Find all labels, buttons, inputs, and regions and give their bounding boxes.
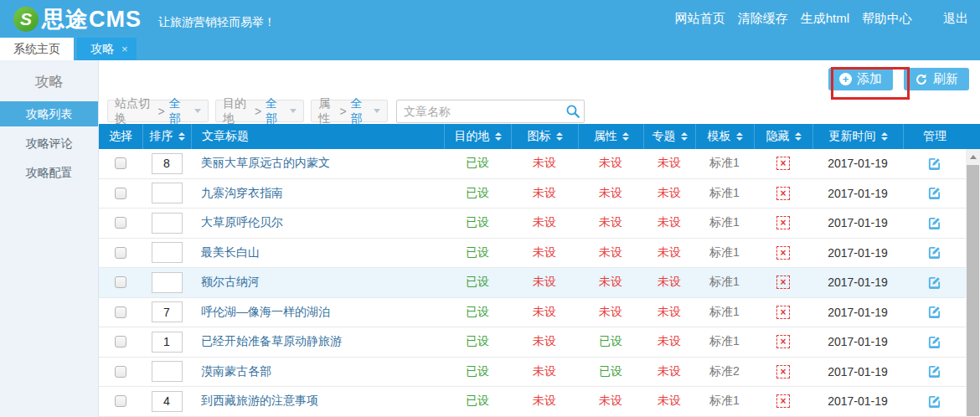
hidden-toggle-icon[interactable]: ×	[776, 216, 790, 229]
sort-toggle-icon[interactable]	[178, 132, 185, 141]
destination-status[interactable]: 已设	[466, 245, 489, 260]
edit-icon[interactable]	[927, 305, 941, 319]
tab-gonglue[interactable]: 攻略 ×	[77, 38, 137, 60]
article-title-link[interactable]: 大草原呼伦贝尔	[201, 215, 283, 230]
sort-toggle-icon[interactable]	[495, 132, 502, 141]
sort-order-input[interactable]	[152, 272, 183, 293]
edit-icon[interactable]	[927, 216, 941, 230]
col-header-topic[interactable]: 专题	[643, 124, 695, 149]
destination-status[interactable]: 已设	[466, 156, 489, 171]
topic-status[interactable]: 未设	[658, 156, 681, 171]
article-title-link[interactable]: 最美长白山	[201, 245, 260, 260]
icon-status[interactable]: 未设	[533, 305, 556, 320]
destination-status[interactable]: 已设	[466, 305, 489, 320]
attribute-status[interactable]: 已设	[599, 334, 622, 349]
sort-order-input[interactable]	[152, 183, 183, 203]
topic-status[interactable]: 未设	[658, 245, 681, 260]
sort-order-input[interactable]	[152, 153, 183, 174]
row-checkbox[interactable]	[115, 247, 126, 259]
sort-toggle-icon[interactable]	[881, 132, 888, 141]
edit-icon[interactable]	[927, 157, 941, 171]
attribute-status[interactable]: 未设	[599, 156, 622, 171]
hidden-toggle-icon[interactable]: ×	[776, 335, 790, 348]
sort-order-input[interactable]	[152, 301, 183, 322]
destination-status[interactable]: 已设	[466, 275, 489, 290]
sidebar-item-gonglue-comments[interactable]: 攻略评论	[0, 131, 98, 156]
scrollbar-up-icon[interactable]	[966, 149, 980, 164]
attribute-status[interactable]: 未设	[599, 215, 622, 230]
row-checkbox[interactable]	[115, 306, 126, 318]
icon-status[interactable]: 未设	[533, 394, 556, 409]
article-title-link[interactable]: 九寨沟穿衣指南	[201, 186, 283, 201]
edit-icon[interactable]	[927, 186, 941, 200]
row-checkbox[interactable]	[115, 276, 126, 288]
row-checkbox[interactable]	[115, 157, 126, 169]
search-icon[interactable]	[562, 104, 584, 119]
topic-status[interactable]: 未设	[658, 305, 681, 320]
destination-status[interactable]: 已设	[466, 334, 489, 349]
sort-toggle-icon[interactable]	[622, 132, 629, 141]
edit-icon[interactable]	[927, 245, 941, 260]
site-switch-dropdown[interactable]: 站点切换>全部	[107, 100, 209, 122]
sort-order-input[interactable]	[152, 332, 183, 353]
sidebar-item-gonglue-list[interactable]: 攻略列表	[0, 101, 98, 126]
sidebar-item-gonglue-config[interactable]: 攻略配置	[0, 160, 98, 185]
article-title-link[interactable]: 额尔古纳河	[201, 275, 260, 290]
sort-toggle-icon[interactable]	[556, 132, 563, 141]
sort-toggle-icon[interactable]	[681, 132, 688, 141]
col-header-icon[interactable]: 图标	[511, 124, 578, 149]
hidden-toggle-icon[interactable]: ×	[776, 365, 790, 378]
col-header-attribute[interactable]: 属性	[578, 124, 643, 149]
sort-order-input[interactable]	[152, 242, 183, 263]
hidden-toggle-icon[interactable]: ×	[776, 306, 790, 319]
destination-status[interactable]: 已设	[466, 186, 489, 201]
sort-toggle-icon[interactable]	[795, 132, 802, 141]
search-input[interactable]	[397, 101, 562, 121]
col-header-destination[interactable]: 目的地	[444, 124, 511, 149]
add-button[interactable]: + 添加	[828, 68, 893, 90]
icon-status[interactable]: 未设	[533, 275, 556, 290]
row-checkbox[interactable]	[115, 188, 126, 199]
attribute-status[interactable]: 未设	[599, 305, 622, 320]
row-checkbox[interactable]	[115, 395, 126, 407]
icon-status[interactable]: 未设	[533, 245, 556, 260]
edit-icon[interactable]	[927, 394, 941, 409]
sort-order-input[interactable]	[152, 213, 183, 234]
destination-status[interactable]: 已设	[466, 364, 489, 379]
edit-icon[interactable]	[927, 364, 941, 378]
icon-status[interactable]: 未设	[533, 215, 556, 230]
col-header-template[interactable]: 模板	[695, 124, 754, 149]
nav-generate-html[interactable]: 生成html	[801, 11, 849, 27]
topic-status[interactable]: 未设	[658, 275, 681, 290]
close-icon[interactable]: ×	[121, 44, 128, 54]
topic-status[interactable]: 未设	[658, 334, 681, 349]
hidden-toggle-icon[interactable]: ×	[776, 246, 790, 260]
hidden-toggle-icon[interactable]: ×	[776, 187, 790, 200]
sort-order-input[interactable]	[152, 391, 183, 412]
col-header-sort[interactable]: 排序	[142, 124, 191, 149]
topic-status[interactable]: 未设	[658, 394, 681, 409]
col-header-hidden[interactable]: 隐藏	[754, 124, 812, 149]
attribute-status[interactable]: 未设	[599, 275, 622, 290]
nav-site-home[interactable]: 网站首页	[675, 11, 725, 27]
sort-toggle-icon[interactable]	[736, 132, 743, 141]
article-title-link[interactable]: 美丽大草原远古的内蒙文	[201, 156, 330, 171]
attribute-status[interactable]: 未设	[599, 186, 622, 201]
article-title-link[interactable]: 到西藏旅游的注意事项	[201, 394, 318, 409]
destination-status[interactable]: 已设	[466, 215, 489, 230]
topic-status[interactable]: 未设	[658, 364, 681, 379]
scrollbar[interactable]	[966, 149, 980, 417]
icon-status[interactable]: 未设	[533, 364, 556, 379]
tab-system-home[interactable]: 系统主页	[0, 38, 74, 60]
hidden-toggle-icon[interactable]: ×	[776, 394, 790, 408]
attribute-status[interactable]: 未设	[599, 394, 622, 409]
row-checkbox[interactable]	[115, 366, 126, 378]
article-title-link[interactable]: 漠南蒙古各部	[201, 364, 271, 379]
topic-status[interactable]: 未设	[658, 215, 681, 230]
refresh-button[interactable]: 刷新	[904, 68, 969, 90]
attribute-status[interactable]: 未设	[599, 245, 622, 260]
hidden-toggle-icon[interactable]: ×	[776, 157, 790, 170]
nav-logout[interactable]: 退出	[943, 11, 968, 27]
nav-clear-cache[interactable]: 清除缓存	[738, 11, 788, 27]
article-title-link[interactable]: 呼伦湖—像海一样的湖泊	[201, 305, 330, 320]
